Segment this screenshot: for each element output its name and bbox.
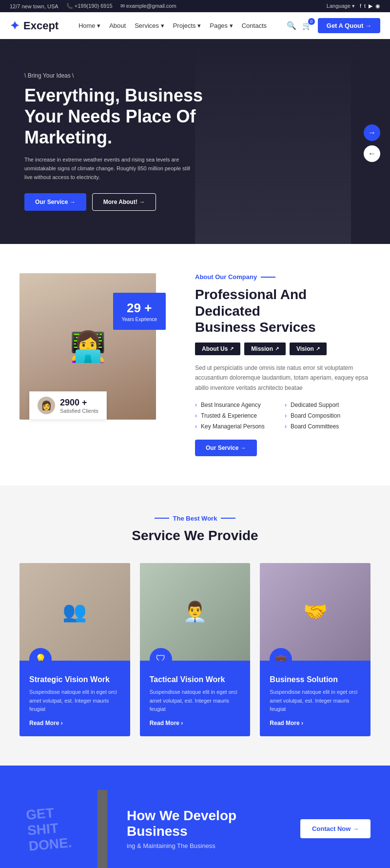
about-features: › Best Insurance Agency › Dedicated Supp… — [195, 402, 370, 430]
facebook-icon[interactable]: f — [360, 3, 361, 9]
nav-services[interactable]: Services ▾ — [135, 22, 164, 29]
develop-left-overlay: GETSHITDONE. — [0, 766, 98, 868]
instagram-icon[interactable]: ◉ — [375, 3, 380, 9]
nav-about[interactable]: About — [109, 22, 126, 29]
feature-3: › Trusted & Experience — [195, 412, 281, 419]
service-read-more-2[interactable]: Read More › — [150, 720, 241, 727]
service-read-more-1[interactable]: Read More › — [29, 720, 120, 727]
language-selector[interactable]: Language ▾ — [327, 3, 355, 9]
more-about-button[interactable]: More About! → — [92, 193, 156, 211]
about-section: 👩‍💻 29 + Years Exprience 👩 2900 + Satisf… — [0, 244, 390, 485]
service-body-1: Strategic Vision Work Suspendisse natoqu… — [20, 661, 130, 736]
develop-subtitle: ing & Maintaining The Business — [127, 842, 281, 849]
bulb-icon: 💡 — [35, 653, 47, 661]
hero-next-button[interactable]: → — [364, 124, 380, 141]
nav-contacts[interactable]: Contacts — [242, 22, 267, 29]
service-body-3: Business Solution Suspendisse natoque el… — [260, 661, 370, 736]
shield-icon: 🛡 — [156, 653, 166, 661]
about-desc: Sed ut perspiciatis unde omnis iste natu… — [195, 363, 370, 393]
our-service-about-button[interactable]: Our Service → — [195, 440, 257, 456]
feature-arrow-icon: › — [285, 402, 287, 408]
years-badge: 29 + Years Exprience — [113, 293, 166, 330]
our-service-button[interactable]: Our Service → — [24, 193, 86, 211]
tag-line-left — [155, 518, 169, 519]
contact-now-button[interactable]: Contact Now → — [300, 819, 370, 838]
logo[interactable]: ✦ Except — [10, 19, 58, 33]
youtube-icon[interactable]: ▶ — [369, 3, 372, 9]
service-read-more-3[interactable]: Read More › — [270, 720, 361, 727]
service-title-3: Business Solution — [270, 675, 361, 684]
service-icon-badge-1: 💡 — [29, 648, 52, 661]
email: ✉ example@gmail.com — [120, 3, 176, 9]
about-tabs: About Us ↗ Mission ↗ Vision ↗ — [195, 343, 370, 355]
hero-title: Everything, Business Your Needs Place Of… — [24, 85, 229, 148]
satisfied-count: 2900 + — [60, 398, 98, 408]
cart-badge: 0 — [308, 18, 315, 25]
service-card-1: 👥 💡 Strategic Vision Work Suspendisse na… — [20, 563, 130, 736]
satisfied-text: Satisfied Clients — [60, 408, 98, 414]
service-body-2: Tactical Vision Work Suspendisse natoque… — [140, 661, 251, 736]
feature-5: › Key Managerial Persons — [195, 423, 281, 430]
feature-2: › Dedicated Support — [285, 402, 370, 408]
services-section: The Best Work Service We Provide 👥 💡 Str… — [0, 485, 390, 766]
feature-arrow-icon: › — [195, 402, 197, 408]
cart-icon[interactable]: 🛒 0 — [302, 21, 312, 30]
hero-content: \ Bring Your Ideas \ Everything, Busines… — [0, 72, 254, 211]
hero-tag: \ Bring Your Ideas \ — [24, 72, 229, 79]
feature-arrow-icon: › — [195, 412, 197, 419]
service-icon-badge-3: 💼 — [270, 648, 292, 661]
services-grid: 👥 💡 Strategic Vision Work Suspendisse na… — [20, 563, 370, 736]
service-card-2: 👨‍💼 🛡 Tactical Vision Work Suspendisse n… — [140, 563, 251, 736]
top-bar: 12/7 new town, USA 📞 +199(190) 6915 ✉ ex… — [0, 0, 390, 12]
service-title-1: Strategic Vision Work — [29, 675, 120, 684]
tag-line — [261, 277, 275, 278]
social-icons: f t ▶ ◉ — [360, 3, 380, 9]
logo-text: Except — [23, 20, 58, 32]
feature-arrow-icon: › — [195, 423, 197, 430]
nav-home[interactable]: Home ▾ — [78, 22, 100, 29]
nav-projects[interactable]: Projects ▾ — [173, 22, 201, 29]
services-tag: The Best Work — [20, 515, 370, 522]
years-number: 29 + — [122, 301, 157, 316]
feature-arrow-icon: › — [285, 423, 287, 430]
service-desc-1: Suspendisse natoque elit in eget orci am… — [29, 688, 120, 714]
feature-arrow-icon: › — [285, 412, 287, 419]
satisfied-clients-badge: 👩 2900 + Satisfied Clients — [29, 391, 107, 420]
hero-desc: The increase in extreme weather events a… — [24, 156, 190, 182]
vision-tab[interactable]: Vision ↗ — [290, 343, 327, 355]
about-us-tab[interactable]: About Us ↗ — [195, 343, 240, 355]
service-icon-badge-2: 🛡 — [150, 648, 172, 661]
nav-pages[interactable]: Pages ▾ — [210, 22, 233, 29]
feature-6: › Board Committees — [285, 423, 370, 430]
about-title: Professional And Dedicated Business Serv… — [195, 286, 370, 336]
top-bar-right: Language ▾ f t ▶ ◉ — [327, 3, 380, 9]
get-quote-button[interactable]: Get A Quout → — [318, 18, 380, 33]
nav-links: Home ▾ About Services ▾ Projects ▾ Pages… — [78, 22, 267, 29]
address: 12/7 new town, USA — [10, 3, 58, 9]
service-desc-3: Suspendisse natoque elit in eget orci am… — [270, 688, 361, 714]
satisfied-avatar: 👩 — [38, 397, 55, 414]
feature-1: › Best Insurance Agency — [195, 402, 281, 408]
service-image-3: 🤝 💼 — [260, 563, 370, 661]
nav-right: 🔍 🛒 0 Get A Quout → — [287, 18, 380, 33]
phone: 📞 +199(190) 6915 — [66, 3, 113, 9]
develop-section: 🖥️ GETSHITDONE. How We Develop Business … — [0, 766, 390, 868]
service-image-2: 👨‍💼 🛡 — [140, 563, 251, 661]
navbar: ✦ Except Home ▾ About Services ▾ Project… — [0, 12, 390, 39]
services-title: Service We Provide — [20, 528, 370, 544]
services-header: The Best Work Service We Provide — [20, 515, 370, 544]
about-content: About Our Company Professional And Dedic… — [195, 273, 370, 456]
twitter-icon[interactable]: t — [364, 3, 366, 9]
mission-tab[interactable]: Mission ↗ — [244, 343, 286, 355]
search-icon[interactable]: 🔍 — [287, 21, 296, 30]
hero-buttons: Our Service → More About! → — [24, 193, 229, 211]
service-card-3: 🤝 💼 Business Solution Suspendisse natoqu… — [260, 563, 370, 736]
briefcase-icon: 💼 — [275, 653, 287, 661]
hero-prev-button[interactable]: ← — [364, 145, 380, 162]
feature-4: › Board Composition — [285, 412, 370, 419]
develop-title: How We Develop Business — [127, 808, 281, 839]
logo-icon: ✦ — [10, 19, 20, 33]
develop-cta: Contact Now → — [300, 819, 370, 838]
service-title-2: Tactical Vision Work — [150, 675, 241, 684]
satisfied-info: 2900 + Satisfied Clients — [60, 398, 98, 414]
